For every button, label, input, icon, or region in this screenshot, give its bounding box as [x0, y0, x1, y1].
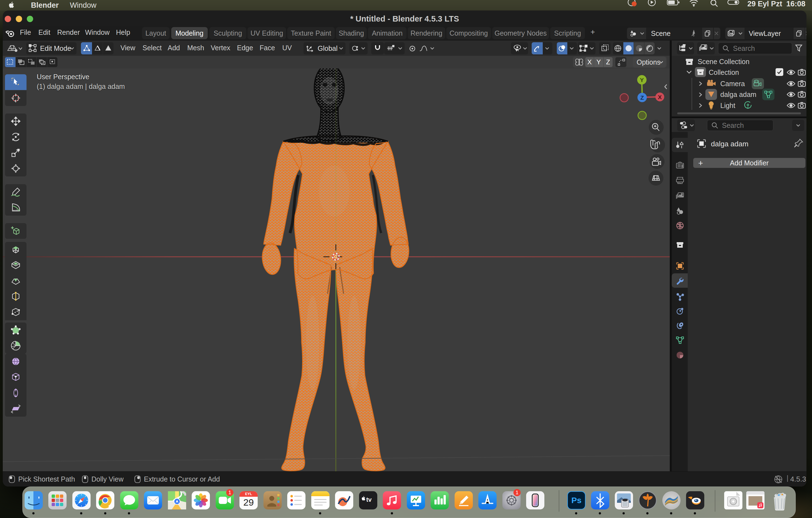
svg-text:tv: tv: [366, 496, 372, 503]
svg-text:X: X: [658, 94, 662, 100]
svg-text:Z: Z: [640, 94, 644, 101]
svg-text:Y: Y: [640, 77, 644, 83]
